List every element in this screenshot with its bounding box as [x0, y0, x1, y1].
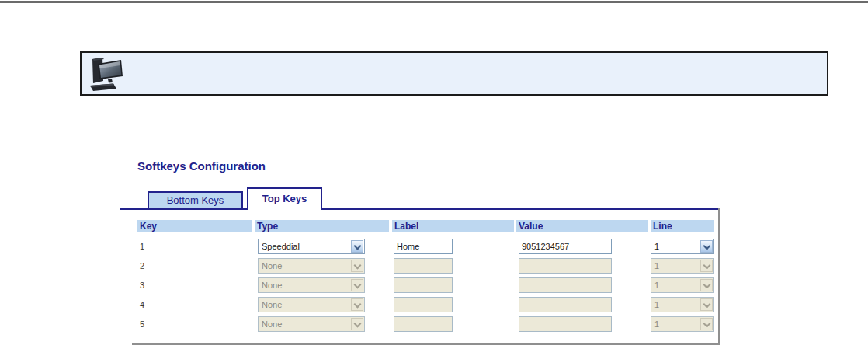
type-select: None	[258, 297, 365, 312]
column-header-key: Key	[137, 220, 252, 232]
key-number: 1	[140, 242, 144, 251]
table-row: 2 None 1	[137, 258, 714, 274]
panel-bottom-border	[132, 343, 720, 345]
label-input	[394, 277, 453, 293]
computer-icon	[88, 56, 123, 92]
type-select-value: None	[262, 281, 282, 290]
value-input	[519, 297, 612, 312]
line-select: 1	[651, 316, 714, 332]
line-select: 1	[651, 277, 714, 293]
type-select-value: None	[262, 300, 282, 309]
line-select: 1	[651, 258, 714, 274]
chevron-down-icon	[700, 279, 713, 291]
column-header-value: Value	[516, 220, 648, 232]
chevron-down-icon	[700, 240, 713, 253]
type-select: None	[258, 316, 365, 332]
label-input	[394, 316, 453, 332]
tab-top-keys[interactable]: Top Keys	[247, 187, 322, 210]
column-header-line: Line	[651, 220, 714, 232]
key-number: 4	[140, 300, 144, 309]
value-input	[519, 277, 612, 293]
chevron-down-icon	[351, 240, 363, 253]
page-title: Softkeys Configuration	[137, 159, 266, 173]
chevron-down-icon	[351, 298, 363, 311]
type-select[interactable]: Speeddial	[258, 239, 365, 254]
table-row: 1 Speeddial 1	[137, 239, 714, 254]
label-input[interactable]	[394, 239, 453, 254]
column-header-type: Type	[255, 220, 389, 232]
line-select[interactable]: 1	[651, 239, 714, 254]
label-input	[394, 258, 453, 274]
chevron-down-icon	[700, 318, 713, 330]
key-number: 3	[140, 281, 144, 290]
value-input	[519, 258, 612, 274]
line-select-value: 1	[654, 281, 659, 290]
tab-bottom-keys[interactable]: Bottom Keys	[148, 191, 243, 208]
chevron-down-icon	[351, 279, 363, 291]
type-select-value: None	[262, 261, 282, 270]
tab-underline	[120, 208, 718, 210]
table-row: 4 None 1	[137, 297, 714, 312]
info-banner	[80, 51, 828, 96]
key-number: 5	[140, 319, 144, 329]
value-input	[519, 316, 612, 332]
chevron-down-icon	[351, 318, 363, 330]
column-header-label: Label	[392, 220, 514, 232]
page: Softkeys Configuration Bottom Keys Top K…	[0, 0, 868, 349]
type-select: None	[258, 277, 365, 293]
type-select: None	[258, 258, 365, 274]
line-select-value: 1	[654, 300, 659, 309]
chevron-down-icon	[700, 298, 713, 311]
value-input[interactable]	[519, 239, 612, 254]
table-row: 5 None 1	[137, 316, 714, 332]
type-select-value: None	[262, 319, 282, 329]
line-select-value: 1	[654, 261, 659, 270]
header-rule	[0, 1, 868, 3]
line-select: 1	[651, 297, 714, 312]
type-select-value: Speeddial	[262, 242, 300, 251]
key-number: 2	[140, 261, 144, 270]
chevron-down-icon	[351, 260, 363, 272]
line-select-value: 1	[654, 319, 659, 329]
label-input	[394, 297, 453, 312]
table-row: 3 None 1	[137, 277, 714, 293]
line-select-value: 1	[654, 242, 659, 251]
panel-right-border	[718, 208, 720, 345]
chevron-down-icon	[700, 260, 713, 272]
